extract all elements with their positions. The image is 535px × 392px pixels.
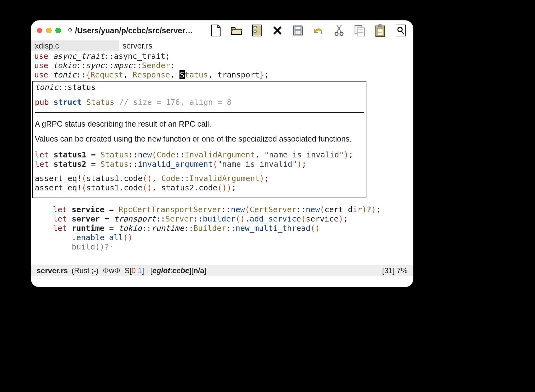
close-window-button[interactable] — [37, 28, 42, 33]
zoom-window-button[interactable] — [55, 28, 61, 33]
cut-icon[interactable] — [333, 25, 345, 36]
vcs-modified-icon: ⚲ — [68, 27, 72, 34]
tab-label: xdisp.c — [35, 41, 59, 50]
editor-window: ⚲ /Users/yuan/p/ccbc/src/server… — [31, 21, 413, 287]
tab-bar: xdisp.c server.rs — [31, 40, 413, 51]
svg-point-5 — [335, 32, 338, 35]
mode-line-major-mode: (Rust ;-) — [72, 266, 99, 275]
copy-icon[interactable] — [354, 25, 365, 36]
tab-server[interactable]: server.rs — [119, 40, 207, 51]
svg-rect-3 — [295, 26, 301, 30]
new-file-icon[interactable] — [210, 25, 221, 36]
kill-buffer-icon[interactable] — [272, 25, 283, 36]
editor-buffer[interactable]: use async_trait::async_trait; use tokio:… — [31, 51, 413, 265]
svg-rect-12 — [396, 25, 405, 36]
mode-line-position: [31] 7% — [382, 266, 407, 275]
tab-label: server.rs — [123, 41, 152, 50]
traffic-lights — [37, 28, 61, 33]
minibuffer-area[interactable] — [31, 276, 413, 287]
minimize-window-button[interactable] — [46, 28, 52, 33]
mode-line-eglot: [eglot:ccbc] — [144, 266, 191, 275]
save-icon[interactable] — [292, 25, 304, 36]
window-title: /Users/yuan/p/ccbc/src/server… — [75, 26, 193, 35]
svg-rect-10 — [378, 25, 382, 27]
hover-doc-description: A gRPC status describing the result of a… — [35, 118, 364, 145]
mode-line-na: [n/a] — [191, 266, 206, 275]
svg-rect-11 — [377, 28, 383, 35]
mode-line: server.rs (Rust ;-) ΦwΦ S[0 1] [eglot:cc… — [31, 265, 413, 276]
mode-line-flycheck: ΦwΦ — [103, 266, 120, 275]
open-folder-icon[interactable] — [231, 25, 242, 36]
dired-icon[interactable] — [251, 25, 263, 36]
svg-point-6 — [340, 32, 343, 35]
lsp-hover-popup: tonic::status pub struct Status // size … — [32, 81, 366, 198]
svg-rect-4 — [295, 31, 301, 35]
svg-rect-8 — [357, 28, 364, 36]
toolbar — [210, 25, 413, 36]
svg-rect-2 — [254, 31, 256, 32]
tab-xdisp[interactable]: xdisp.c — [31, 40, 119, 51]
hover-example-code: let status1 = Status::new(Code::InvalidA… — [35, 150, 364, 193]
titlebar: ⚲ /Users/yuan/p/ccbc/src/server… — [31, 21, 413, 40]
search-icon[interactable] — [395, 25, 406, 36]
svg-rect-1 — [254, 26, 256, 28]
code-below-popup: let service = RpcCertTransportServer::ne… — [31, 205, 413, 252]
code-above-popup: use async_trait::async_trait; use tokio:… — [31, 51, 413, 80]
text-cursor: S — [179, 70, 185, 79]
paste-icon[interactable] — [374, 25, 386, 36]
mode-line-file: server.rs — [37, 266, 68, 275]
mode-line-diagnostics: S[0 1] — [124, 266, 144, 275]
undo-icon[interactable] — [313, 25, 324, 36]
